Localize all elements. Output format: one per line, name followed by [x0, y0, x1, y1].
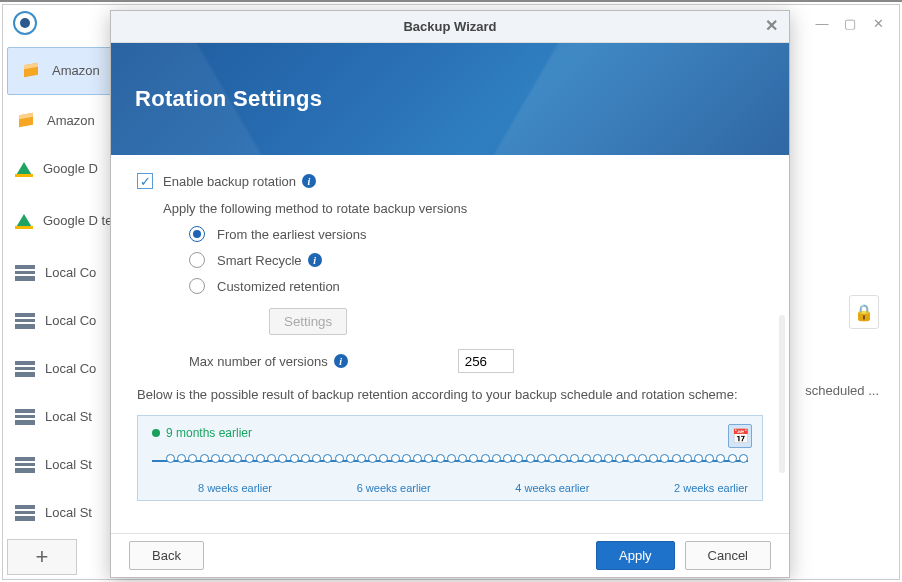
sidebar-item-label: Local Co: [45, 265, 96, 281]
radio-icon: [189, 226, 205, 242]
timeline-point: [391, 454, 400, 463]
timeline-point: [469, 454, 478, 463]
back-button[interactable]: Back: [129, 541, 204, 570]
retention-timeline: 📅 9 months earlier 8 weeks earlier6 week…: [137, 415, 763, 501]
timeline-point: [379, 454, 388, 463]
timeline-point: [672, 454, 681, 463]
server-icon: [15, 409, 35, 425]
radio-custom[interactable]: Customized retention: [189, 278, 763, 294]
radio-earliest-label: From the earliest versions: [217, 227, 367, 242]
timeline-point: [660, 454, 669, 463]
timeline-tick: 4 weeks earlier: [515, 482, 589, 494]
dialog-title-text: Backup Wizard: [403, 19, 496, 34]
close-icon[interactable]: ✕: [761, 15, 781, 35]
info-icon[interactable]: i: [302, 174, 316, 188]
dialog-body: ✓ Enable backup rotation i Apply the fol…: [111, 155, 789, 533]
timeline-point: [503, 454, 512, 463]
timeline-point: [436, 454, 445, 463]
timeline-points: [166, 454, 748, 468]
radio-earliest[interactable]: From the earliest versions: [189, 226, 763, 242]
timeline-point: [312, 454, 321, 463]
lock-icon[interactable]: 🔒: [849, 295, 879, 329]
checkbox-icon: ✓: [137, 173, 153, 189]
cancel-button[interactable]: Cancel: [685, 541, 771, 570]
timeline-point: [559, 454, 568, 463]
timeline-point: [481, 454, 490, 463]
scrollbar[interactable]: [779, 315, 785, 473]
timeline-point: [402, 454, 411, 463]
server-icon: [15, 505, 35, 521]
timeline-point: [570, 454, 579, 463]
timeline-point: [233, 454, 242, 463]
radio-custom-label: Customized retention: [217, 279, 340, 294]
maximize-button[interactable]: ▢: [839, 12, 861, 34]
timeline-point: [368, 454, 377, 463]
timeline-point: [627, 454, 636, 463]
timeline-point: [582, 454, 591, 463]
status-text: scheduled ...: [805, 383, 879, 398]
retention-settings-button: Settings: [269, 308, 347, 335]
timeline-tick: 2 weeks earlier: [674, 482, 748, 494]
timeline-point: [526, 454, 535, 463]
timeline-point: [166, 454, 175, 463]
sidebar-item-label: Amazon: [52, 63, 100, 79]
minimize-button[interactable]: —: [811, 12, 833, 34]
timeline-point: [604, 454, 613, 463]
timeline-point: [447, 454, 456, 463]
timeline-point: [256, 454, 265, 463]
timeline-point: [211, 454, 220, 463]
timeline-point: [638, 454, 647, 463]
timeline-point: [346, 454, 355, 463]
sidebar-item-label: Local St: [45, 505, 92, 521]
server-icon: [15, 265, 35, 281]
timeline-point: [301, 454, 310, 463]
sidebar-item-label: Google D: [43, 161, 98, 177]
sidebar-item-label: Amazon: [47, 113, 95, 129]
timeline-tick: 6 weeks earlier: [357, 482, 431, 494]
timeline-point: [492, 454, 501, 463]
timeline-point: [188, 454, 197, 463]
timeline-point: [323, 454, 332, 463]
timeline-point: [413, 454, 422, 463]
apply-button[interactable]: Apply: [596, 541, 675, 570]
dialog-title: Backup Wizard ✕: [111, 11, 789, 43]
apply-method-text: Apply the following method to rotate bac…: [163, 201, 763, 216]
app-logo: [13, 11, 37, 35]
timeline-point: [548, 454, 557, 463]
sidebar-item-label: Local St: [45, 409, 92, 425]
calendar-icon[interactable]: 📅: [728, 424, 752, 448]
timeline-ticks: 8 weeks earlier6 weeks earlier4 weeks ea…: [198, 482, 748, 494]
timeline-point: [593, 454, 602, 463]
max-versions-input[interactable]: [458, 349, 514, 373]
enable-rotation-checkbox[interactable]: ✓ Enable backup rotation i: [137, 173, 763, 189]
info-icon[interactable]: i: [334, 354, 348, 368]
backup-wizard-dialog: Backup Wizard ✕ Rotation Settings ✓ Enab…: [110, 10, 790, 578]
timeline-point: [335, 454, 344, 463]
server-icon: [15, 361, 35, 377]
cube-icon: [20, 62, 42, 80]
window-close-button[interactable]: ✕: [867, 12, 889, 34]
info-icon[interactable]: i: [308, 253, 322, 267]
timeline-point: [200, 454, 209, 463]
timeline-point: [716, 454, 725, 463]
max-versions-row: Max number of versions i: [189, 349, 763, 373]
radio-icon: [189, 278, 205, 294]
timeline-point: [424, 454, 433, 463]
timeline-point: [290, 454, 299, 463]
timeline-point: [222, 454, 231, 463]
timeline-tick: 8 weeks earlier: [198, 482, 272, 494]
timeline-point: [739, 454, 748, 463]
radio-smart-label: Smart Recycle: [217, 253, 302, 268]
dialog-heading: Rotation Settings: [135, 86, 322, 112]
timeline-point: [615, 454, 624, 463]
sidebar-item-label: Local Co: [45, 313, 96, 329]
timeline-point: [357, 454, 366, 463]
timeline-point: [267, 454, 276, 463]
oldest-version-label: 9 months earlier: [152, 426, 748, 440]
server-icon: [15, 313, 35, 329]
timeline-point: [278, 454, 287, 463]
add-button[interactable]: +: [7, 539, 77, 575]
drive-icon: [15, 162, 33, 177]
radio-smart[interactable]: Smart Recycle i: [189, 252, 763, 268]
timeline-point: [245, 454, 254, 463]
